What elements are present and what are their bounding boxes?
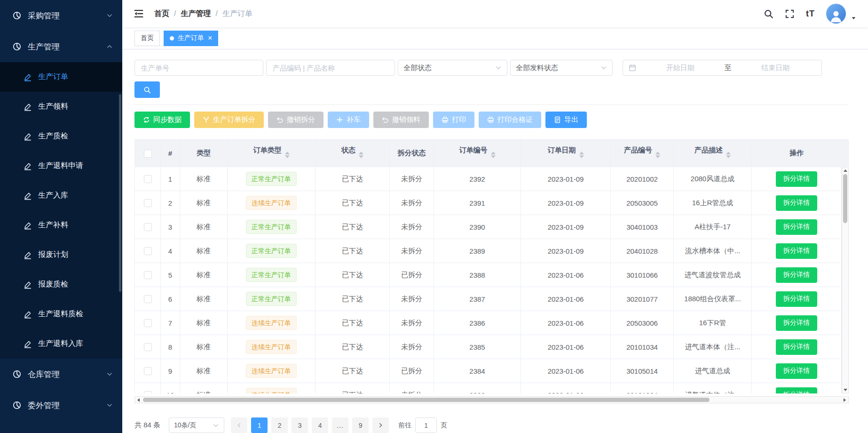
sidebar-item-production-replenish[interactable]: 生产补料 bbox=[0, 210, 122, 240]
breadcrumb-item: 生产订单 bbox=[222, 9, 253, 19]
sort-carets-icon[interactable] bbox=[579, 149, 584, 160]
split-detail-button[interactable]: 拆分详情 bbox=[776, 339, 817, 355]
row-checkbox[interactable] bbox=[144, 295, 152, 303]
cell-split_status: 未拆分 bbox=[390, 335, 434, 359]
cell-split_status: 未拆分 bbox=[390, 383, 434, 394]
sidebar-item-production-inbound[interactable]: 生产入库 bbox=[0, 181, 122, 210]
scroll-right-arrow-icon[interactable] bbox=[842, 397, 848, 403]
sidebar-scrollbar[interactable] bbox=[119, 94, 121, 292]
sidebar-group-production[interactable]: 生产管理 bbox=[0, 31, 122, 62]
sidebar-group-purchase[interactable]: 采购管理 bbox=[0, 0, 122, 31]
cell-split_status: 未拆分 bbox=[390, 239, 434, 263]
row-checkbox[interactable] bbox=[144, 319, 152, 327]
column-header-check bbox=[135, 140, 161, 167]
sidebar-item-production-return-inbound[interactable]: 生产退料入库 bbox=[0, 329, 122, 359]
sidebar-item-production-picking[interactable]: 生产领料 bbox=[0, 92, 122, 121]
cell-order_date: 2023-01-06 bbox=[521, 383, 611, 394]
sidebar-item-scrap-plan[interactable]: 报废计划 bbox=[0, 240, 122, 270]
vertical-scrollbar-thumb[interactable] bbox=[843, 174, 847, 223]
horizontal-scrollbar-thumb[interactable] bbox=[143, 398, 710, 402]
column-header-status[interactable]: 状态 bbox=[316, 140, 390, 167]
avatar[interactable] bbox=[826, 4, 846, 24]
scroll-down-arrow-icon[interactable] bbox=[842, 387, 848, 393]
cell-product_no: 20201002 bbox=[611, 167, 674, 191]
split-detail-button[interactable]: 拆分详情 bbox=[776, 195, 817, 211]
user-menu-caret-icon[interactable] bbox=[851, 15, 857, 21]
pager-ellipsis[interactable]: ... bbox=[332, 417, 348, 433]
split-detail-button[interactable]: 拆分详情 bbox=[776, 267, 817, 283]
sidebar-item-production-return-qc[interactable]: 生产退料质检 bbox=[0, 299, 122, 329]
column-header-order_date[interactable]: 订单日期 bbox=[521, 140, 611, 167]
page-button[interactable]: 9 bbox=[352, 417, 369, 433]
column-header-product_desc[interactable]: 产品描述 bbox=[674, 140, 752, 167]
sort-carets-icon[interactable] bbox=[726, 149, 731, 160]
sidebar-item-production-order[interactable]: 生产订单 bbox=[0, 62, 122, 92]
page-button[interactable]: 2 bbox=[271, 417, 288, 433]
page-button[interactable]: 3 bbox=[292, 417, 308, 433]
breadcrumb-item[interactable]: 首页 bbox=[154, 9, 169, 19]
tab-production-order[interactable]: 生产订单× bbox=[164, 31, 218, 46]
status-select-value: 全部状态 bbox=[403, 64, 495, 72]
vertical-scrollbar[interactable] bbox=[842, 167, 849, 393]
split-detail-button[interactable]: 拆分详情 bbox=[776, 243, 817, 259]
hamburger-menu-icon[interactable] bbox=[134, 8, 144, 19]
split-detail-button[interactable]: 拆分详情 bbox=[776, 219, 817, 235]
column-header-order_type[interactable]: 订单类型 bbox=[228, 140, 316, 167]
row-checkbox[interactable] bbox=[144, 367, 152, 375]
scroll-up-arrow-icon[interactable] bbox=[842, 168, 848, 174]
column-header-product_no[interactable]: 产品编号 bbox=[611, 140, 674, 167]
status-select[interactable]: 全部状态 bbox=[398, 60, 507, 76]
close-tab-icon[interactable]: × bbox=[208, 34, 212, 42]
column-header-order_no[interactable]: 订单编号 bbox=[434, 140, 521, 167]
sidebar-item-production-qc[interactable]: 生产质检 bbox=[0, 121, 122, 151]
row-checkbox[interactable] bbox=[144, 247, 152, 255]
split-detail-button[interactable]: 拆分详情 bbox=[776, 363, 817, 379]
page-button[interactable]: 4 bbox=[312, 417, 328, 433]
horizontal-scrollbar[interactable] bbox=[134, 396, 849, 403]
tab-home[interactable]: 首页 bbox=[134, 31, 160, 46]
sidebar-group-outsourcing[interactable]: 委外管理 bbox=[0, 390, 122, 421]
row-checkbox[interactable] bbox=[144, 223, 152, 231]
cell-product_no: 20101004 bbox=[611, 383, 674, 394]
sort-carets-icon[interactable] bbox=[655, 149, 660, 160]
export-button[interactable]: 导出 bbox=[545, 112, 587, 128]
sidebar-group-warehouse[interactable]: 仓库管理 bbox=[0, 359, 122, 390]
sort-carets-icon[interactable] bbox=[285, 149, 290, 160]
row-checkbox[interactable] bbox=[144, 175, 152, 183]
row-checkbox[interactable] bbox=[144, 199, 152, 207]
split-detail-button[interactable]: 拆分详情 bbox=[776, 387, 817, 394]
split-order-button[interactable]: 生产订单拆分 bbox=[194, 112, 264, 128]
select-all-checkbox[interactable] bbox=[144, 150, 152, 158]
row-checkbox[interactable] bbox=[144, 271, 152, 279]
category-icon bbox=[12, 369, 22, 379]
issue-status-select[interactable]: 全部发料状态 bbox=[510, 60, 613, 76]
sidebar-item-production-return-request[interactable]: 生产退料申请 bbox=[0, 151, 122, 181]
breadcrumb-item[interactable]: 生产管理 bbox=[181, 9, 211, 19]
order-no-input[interactable] bbox=[134, 60, 263, 76]
next-page-button[interactable] bbox=[372, 417, 389, 433]
row-checkbox[interactable] bbox=[144, 391, 152, 393]
split-detail-button[interactable]: 拆分详情 bbox=[776, 315, 817, 331]
printer-icon bbox=[442, 116, 449, 123]
sync-data-button[interactable]: 同步数据 bbox=[134, 112, 190, 128]
font-size-icon[interactable]: tT bbox=[806, 9, 815, 19]
row-checkbox[interactable] bbox=[144, 343, 152, 351]
split-detail-button[interactable]: 拆分详情 bbox=[776, 171, 817, 187]
prev-page-button[interactable] bbox=[231, 417, 247, 433]
page-size-select[interactable]: 10条/页 bbox=[169, 417, 224, 433]
date-range-picker[interactable]: 开始日期 至 结束日期 bbox=[623, 60, 822, 76]
cell-product_no: 30101066 bbox=[611, 263, 674, 287]
product-input[interactable] bbox=[266, 60, 395, 76]
cell-product_desc: 1880组合仪表罩... bbox=[674, 287, 752, 311]
scroll-left-arrow-icon[interactable] bbox=[135, 397, 142, 403]
page-button[interactable]: 1 bbox=[251, 417, 268, 433]
goto-page-input[interactable] bbox=[415, 417, 437, 433]
split-detail-button[interactable]: 拆分详情 bbox=[776, 291, 817, 307]
sidebar-item-scrap-qc[interactable]: 报废质检 bbox=[0, 270, 122, 299]
sort-carets-icon[interactable] bbox=[359, 149, 363, 160]
fullscreen-icon[interactable] bbox=[785, 9, 795, 19]
search-button[interactable] bbox=[134, 81, 160, 98]
search-icon[interactable] bbox=[764, 9, 773, 19]
sort-carets-icon[interactable] bbox=[491, 149, 496, 160]
cell-order_no: 2392 bbox=[434, 167, 521, 191]
